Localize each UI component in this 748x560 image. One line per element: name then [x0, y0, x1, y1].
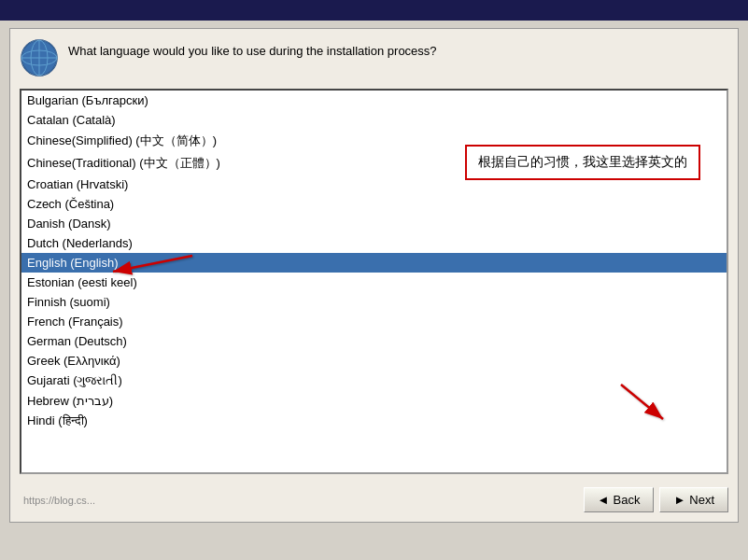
header-question: What language would you like to use duri…: [68, 38, 437, 61]
list-item[interactable]: Catalan (Català): [21, 110, 727, 130]
main-container: What language would you like to use duri…: [9, 28, 739, 523]
top-bar: [0, 0, 748, 21]
next-arrow-icon: ►: [673, 493, 685, 507]
back-arrow-icon: ◄: [598, 493, 610, 507]
list-item[interactable]: Croatian (Hrvatski): [21, 175, 727, 194]
footer-url: https://blog.cs...: [23, 495, 578, 506]
back-label: Back: [613, 493, 640, 507]
list-item[interactable]: Chinese(Traditional) (中文（正體）): [21, 152, 727, 175]
list-item[interactable]: Chinese(Simplified) (中文（简体）): [21, 130, 727, 152]
list-item[interactable]: French (Français): [21, 312, 727, 331]
list-item[interactable]: Hebrew (עברית): [21, 391, 727, 411]
list-item[interactable]: German (Deutsch): [21, 331, 727, 351]
list-item[interactable]: Finnish (suomi): [21, 292, 727, 312]
next-button[interactable]: ► Next: [659, 487, 728, 512]
list-item[interactable]: Gujarati (ગુજરાતી): [21, 371, 727, 391]
list-item[interactable]: Bulgarian (Български): [21, 91, 727, 110]
list-item[interactable]: Greek (Ελληνικά): [21, 351, 727, 371]
list-item[interactable]: Danish (Dansk): [21, 214, 727, 233]
list-item[interactable]: English (English): [21, 253, 727, 273]
next-label: Next: [689, 493, 714, 507]
list-item[interactable]: Dutch (Nederlands): [21, 233, 727, 253]
footer: https://blog.cs... ◄ Back ► Next: [20, 482, 728, 512]
back-button[interactable]: ◄ Back: [584, 487, 655, 512]
language-list-container[interactable]: Bulgarian (Български)Catalan (Català)Chi…: [20, 89, 728, 474]
globe-icon: [20, 38, 59, 77]
list-item[interactable]: Czech (Čeština): [21, 194, 727, 214]
list-item[interactable]: Hindi (हिन्दी): [21, 411, 727, 431]
content-area: Bulgarian (Български)Catalan (Català)Chi…: [20, 89, 728, 474]
language-list-scroll[interactable]: Bulgarian (Български)Catalan (Català)Chi…: [21, 91, 727, 472]
header: What language would you like to use duri…: [20, 38, 728, 77]
list-item[interactable]: Estonian (eesti keel): [21, 273, 727, 292]
